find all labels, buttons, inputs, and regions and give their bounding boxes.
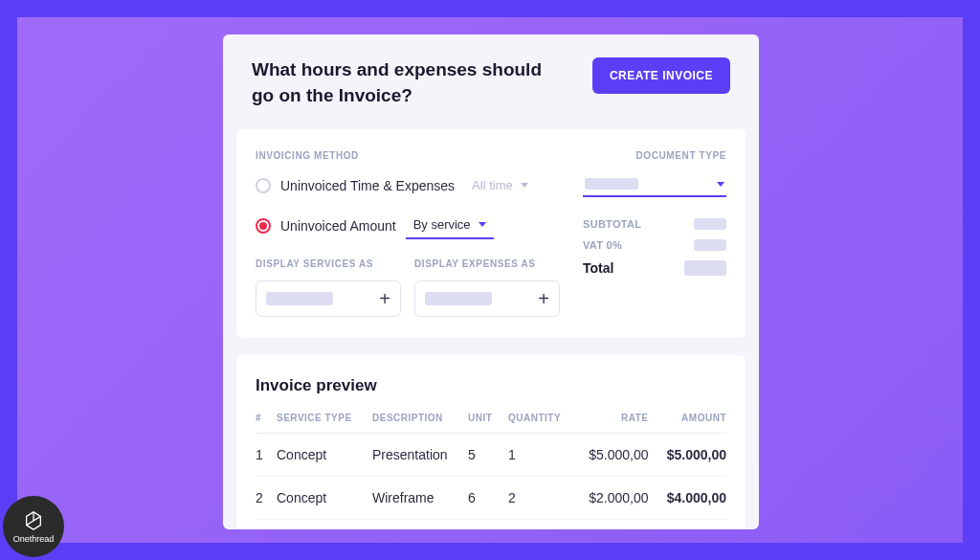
invoice-preview-panel: Invoice preview # SERVICE TYPE DESCRIPTI… (236, 355, 746, 529)
select-value: By service (413, 217, 471, 232)
col-description: DESCRIPTION (372, 413, 468, 434)
display-expenses-label: DISPLAY EXPENSES AS (414, 258, 560, 269)
radio-icon (256, 218, 271, 234)
document-type-label: DOCUMENT TYPE (583, 150, 726, 161)
page-title: What hours and expenses should go on the… (252, 57, 548, 108)
amount-scope-select[interactable]: By service (406, 212, 494, 239)
vat-label: VAT 0% (583, 239, 622, 251)
total-value-placeholder (684, 260, 726, 276)
select-value: All time (472, 178, 513, 192)
subtotal-value-placeholder (694, 218, 726, 230)
brand-name: Onethread (13, 534, 55, 544)
placeholder (266, 292, 333, 305)
document-type-select[interactable] (583, 172, 726, 197)
table-row: 2 Concept Wireframe 6 2 $2.000,00 $4.000… (256, 477, 726, 520)
col-rate: RATE (570, 413, 649, 434)
col-amount: AMOUNT (649, 413, 727, 434)
col-service-type: SERVICE TYPE (277, 413, 372, 434)
settings-panel: INVOICING METHOD Uninvoiced Time & Expen… (236, 129, 746, 338)
plus-icon: + (538, 288, 549, 310)
brand-badge: Onethread (3, 496, 64, 557)
vat-row: VAT 0% (583, 239, 726, 251)
subtotal-row: SUBTOTAL (583, 218, 726, 230)
card-header: What hours and expenses should go on the… (223, 34, 759, 116)
chevron-down-icon (717, 182, 724, 187)
preview-title: Invoice preview (256, 376, 726, 395)
invoice-preview-table: # SERVICE TYPE DESCRIPTION UNIT QUANTITY… (256, 413, 726, 520)
radio-icon (256, 178, 271, 193)
radio-uninvoiced-amount[interactable]: Uninvoiced Amount By service (256, 212, 560, 239)
subtotal-label: SUBTOTAL (583, 218, 641, 230)
chevron-down-icon (479, 222, 486, 227)
chevron-down-icon (521, 183, 528, 188)
total-label: Total (583, 260, 613, 276)
plus-icon: + (379, 288, 390, 310)
col-quantity: QUANTITY (508, 413, 570, 434)
table-row: 1 Concept Presentation 5 1 $5.000,00 $5.… (256, 434, 726, 477)
total-row: Total (583, 260, 726, 276)
invoice-setup-card: What hours and expenses should go on the… (223, 34, 759, 529)
display-services-label: DISPLAY SERVICES AS (256, 258, 401, 269)
radio-label: Uninvoiced Time & Expenses (280, 178, 455, 193)
create-invoice-button[interactable]: CREATE INVOICE (592, 57, 730, 94)
col-num: # (256, 413, 277, 434)
vat-value-placeholder (694, 239, 726, 251)
placeholder (425, 292, 492, 305)
col-unit: UNIT (468, 413, 508, 434)
time-range-select[interactable]: All time (464, 172, 536, 198)
placeholder (585, 178, 638, 190)
radio-uninvoiced-time-expenses[interactable]: Uninvoiced Time & Expenses All time (256, 172, 560, 198)
display-services-input[interactable]: + (256, 280, 401, 317)
display-expenses-input[interactable]: + (414, 280, 560, 317)
radio-label: Uninvoiced Amount (280, 218, 396, 234)
invoicing-method-label: INVOICING METHOD (256, 150, 560, 161)
brand-logo-icon (23, 510, 44, 531)
